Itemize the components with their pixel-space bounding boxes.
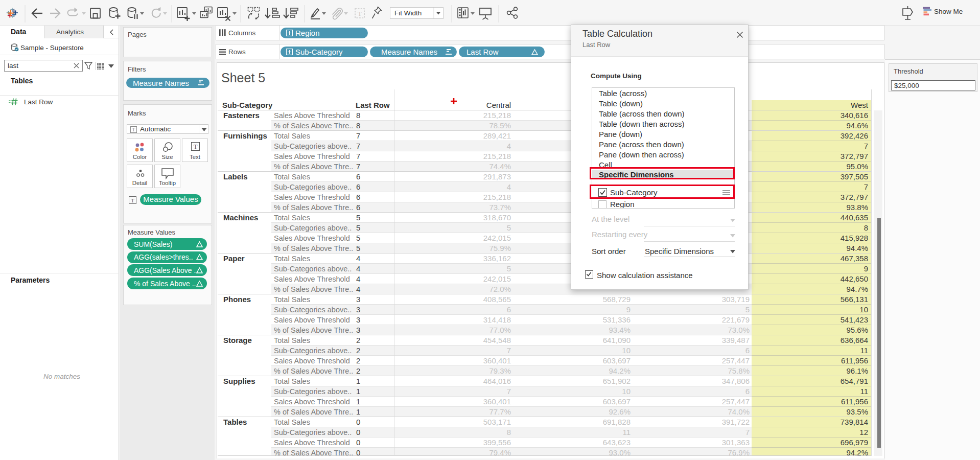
svg-text:Fit Width: Fit Width bbox=[394, 9, 422, 17]
svg-text:T: T bbox=[194, 143, 198, 150]
svg-text:T: T bbox=[131, 198, 134, 203]
svg-text:Show Me: Show Me bbox=[934, 8, 963, 15]
svg-text:T: T bbox=[358, 10, 362, 17]
svg-text:T: T bbox=[132, 127, 135, 132]
